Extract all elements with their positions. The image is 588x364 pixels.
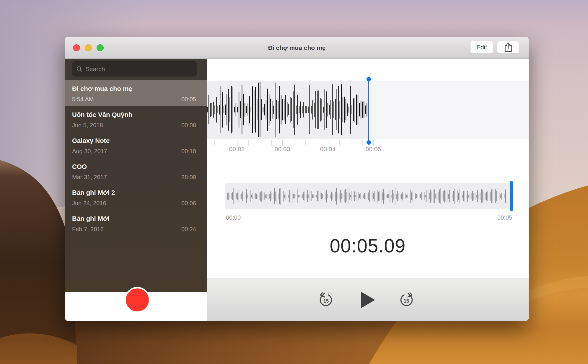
recording-duration: 00:06	[181, 200, 196, 207]
playhead-top-handle[interactable]	[367, 77, 371, 81]
current-time-display: 00:05.09	[279, 235, 456, 257]
titlebar[interactable]: Đi chợ mua cho mẹ Edit	[65, 37, 529, 59]
recording-title: Galaxy Note	[72, 137, 110, 145]
timeline-tick	[339, 140, 340, 146]
timeline-tick	[328, 140, 328, 146]
window-title: Đi chợ mua cho mẹ	[65, 37, 529, 59]
recording-duration: 28:00	[181, 174, 196, 181]
recording-title: Uốn tóc Vân Quỳnh	[72, 111, 132, 119]
edit-button[interactable]: Edit	[470, 41, 493, 54]
recording-date: 5:54 AM	[72, 96, 94, 103]
timeline-tick	[214, 140, 215, 146]
detail-waveform-bars	[207, 81, 529, 139]
svg-text:15: 15	[404, 298, 409, 303]
list-item[interactable]: COOMar 31, 201728:00	[65, 158, 207, 184]
timeline-tick	[317, 140, 317, 146]
overview-time-labels: 00:00 00:05	[225, 214, 513, 221]
playback-toolbar: 15 15	[207, 278, 529, 321]
recording-title: Bản ghi Mới	[72, 215, 110, 223]
recording-date: Jun 5, 2018	[72, 122, 103, 129]
recording-duration: 00:05	[181, 96, 196, 103]
play-button[interactable]	[354, 278, 381, 321]
recording-date: Jun 24, 2016	[72, 200, 106, 207]
overview-end-time: 00:05	[497, 214, 512, 221]
timeline-tick-label: 00:05	[360, 146, 387, 153]
recording-duration: 00:08	[181, 122, 196, 129]
overview-scrubber[interactable]	[225, 183, 513, 209]
timeline-tick-label: 00:02	[224, 146, 250, 153]
timeline-tick	[271, 140, 272, 146]
list-item[interactable]: Bản ghi MớiFeb 7, 201600:24	[65, 210, 207, 236]
recording-duration: 00:24	[181, 226, 196, 233]
svg-text:15: 15	[323, 298, 329, 303]
timeline-tick	[305, 140, 306, 146]
timeline-tick	[294, 140, 294, 146]
recording-duration: 00:10	[181, 148, 196, 155]
timeline-tick	[282, 140, 283, 146]
list-item[interactable]: Galaxy NoteAug 30, 201700:10	[65, 132, 207, 158]
recording-title: Bản ghi Mới 2	[72, 189, 115, 197]
recording-date: Aug 30, 2017	[72, 148, 107, 155]
recording-date: Mar 31, 2017	[72, 174, 107, 181]
list-item[interactable]: Đi chợ mua cho mẹ5:54 AM00:05	[65, 80, 207, 106]
timeline-tick-label: 00:03	[269, 146, 296, 153]
player-pane: 00:0200:0300:0400:05 00:00 00:05 00:05.0…	[207, 59, 529, 321]
share-icon	[504, 43, 512, 52]
timeline-labels: 00:0200:0300:0400:05	[207, 146, 529, 153]
recordings-list: Đi chợ mua cho mẹ5:54 AM00:05Uốn tóc Vân…	[65, 80, 207, 236]
timeline-tick-label: 00:04	[315, 146, 341, 153]
search-field[interactable]	[72, 61, 197, 76]
search-input[interactable]	[85, 65, 192, 73]
overview-waveform-bars	[225, 183, 513, 209]
search-icon	[76, 66, 82, 72]
list-item[interactable]: Bản ghi Mới 2Jun 24, 201600:06	[65, 184, 207, 210]
timeline-tick	[260, 140, 260, 146]
sidebar: Đi chợ mua cho mẹ5:54 AM00:05Uốn tóc Vân…	[65, 59, 207, 321]
playhead[interactable]	[368, 79, 369, 142]
timeline-tick	[226, 140, 226, 146]
timeline-tick	[248, 140, 249, 146]
edit-button-label: Edit	[476, 44, 487, 51]
recording-date: Feb 7, 2016	[72, 226, 104, 233]
timeline-tick	[362, 140, 363, 146]
record-button[interactable]	[124, 287, 150, 313]
timeline-ticks	[207, 140, 529, 146]
list-item[interactable]: Uốn tóc Vân QuỳnhJun 5, 201800:08	[65, 106, 207, 132]
timeline-tick	[373, 140, 374, 146]
recording-title: COO	[72, 163, 87, 171]
play-icon	[360, 291, 376, 309]
skip-forward-15-icon: 15	[399, 292, 414, 308]
skip-back-15-button[interactable]: 15	[313, 278, 339, 321]
skip-back-15-icon: 15	[318, 292, 334, 308]
share-button[interactable]	[497, 41, 519, 54]
overview-start-time: 00:00	[226, 214, 241, 221]
overview-playhead[interactable]	[510, 181, 513, 211]
recording-title: Đi chợ mua cho mẹ	[72, 85, 132, 93]
voice-memos-window: Đi chợ mua cho mẹ Edit Đi chợ mua cho mẹ…	[65, 37, 529, 321]
timeline-tick	[237, 140, 237, 146]
timeline-tick	[351, 140, 351, 146]
skip-forward-15-button[interactable]: 15	[393, 278, 420, 321]
detail-waveform[interactable]	[207, 81, 529, 139]
